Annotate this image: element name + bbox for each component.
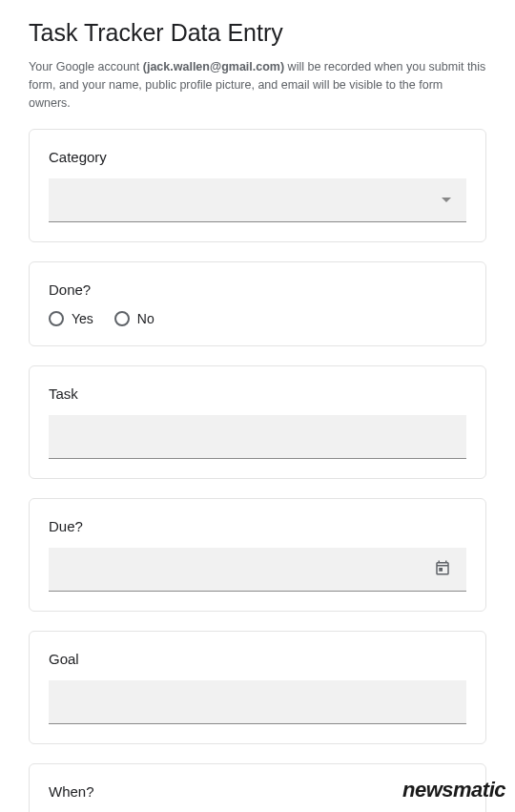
question-card-category: Category [29,129,486,242]
done-radio-group: Yes No [49,311,466,326]
done-yes-label: Yes [72,311,93,326]
question-card-task: Task [29,365,486,479]
calendar-icon [434,559,451,580]
category-dropdown[interactable] [49,178,466,222]
question-card-due: Due? [29,498,486,612]
done-radio-no[interactable]: No [114,311,154,326]
done-radio-yes[interactable]: Yes [49,311,93,326]
radio-icon [49,311,64,326]
done-no-label: No [137,311,154,326]
category-label: Category [49,149,466,165]
chevron-down-icon [442,198,451,202]
goal-input[interactable] [49,680,466,724]
due-date-input[interactable] [49,548,466,592]
task-label: Task [49,385,466,402]
form-title: Task Tracker Data Entry [29,19,486,47]
account-email: (jack.wallen@gmail.com) [143,60,284,73]
question-card-goal: Goal [29,631,486,744]
goal-label: Goal [49,651,466,667]
form-description: Your Google account (jack.wallen@gmail.c… [29,58,486,112]
desc-prefix: Your Google account [29,60,143,73]
due-label: Due? [49,518,466,534]
watermark-logo: newsmatic [402,778,505,802]
done-label: Done? [49,281,466,298]
radio-icon [114,311,130,326]
task-input[interactable] [49,415,466,459]
question-card-done: Done? Yes No [29,261,486,346]
